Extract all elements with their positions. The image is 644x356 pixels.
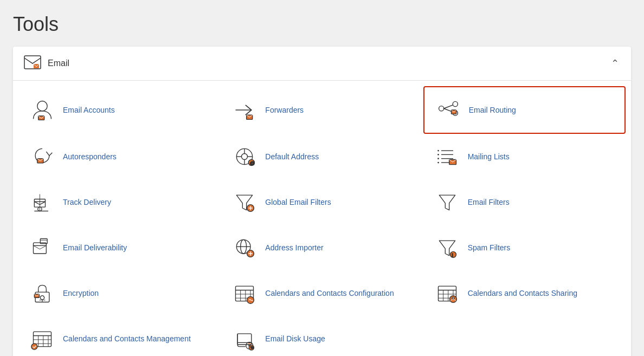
encryption-icon xyxy=(29,280,55,306)
mailing-lists-icon xyxy=(434,144,460,170)
svg-point-2 xyxy=(37,101,47,111)
global-email-filters-icon xyxy=(231,189,257,215)
svg-text:%: % xyxy=(250,346,254,349)
tool-default-address[interactable]: @ Default Address xyxy=(221,134,423,179)
calendars-contacts-management-icon xyxy=(29,326,55,352)
tool-email-filters[interactable]: Email Filters xyxy=(423,179,626,225)
tool-label: Autoresponders xyxy=(63,152,117,161)
tool-email-routing[interactable]: Email Routing xyxy=(423,86,626,134)
tools-grid: Email Accounts Forwarders xyxy=(13,81,631,356)
tool-email-disk-usage[interactable]: % Email Disk Usage xyxy=(221,316,423,356)
forwarders-icon xyxy=(231,97,257,123)
spam-filters-icon: ! xyxy=(434,235,460,261)
tool-mailing-lists[interactable]: Mailing Lists xyxy=(423,134,626,179)
email-disk-usage-icon: % xyxy=(231,326,257,352)
tool-calendars-contacts-sharing[interactable]: Calendars and Contacts Sharing xyxy=(423,270,626,316)
tool-autoresponders[interactable]: Autoresponders xyxy=(18,134,221,179)
svg-point-87 xyxy=(31,344,37,349)
tool-track-delivery[interactable]: Track Delivery xyxy=(18,179,221,225)
svg-text:@: @ xyxy=(250,160,255,166)
autoresponders-icon xyxy=(29,144,55,170)
card-header-left: Email xyxy=(24,55,69,72)
email-card: Email ⌃ Email Accounts xyxy=(13,47,631,356)
tool-label: Email Routing xyxy=(469,105,516,115)
tool-label: Track Delivery xyxy=(63,197,111,207)
svg-point-6 xyxy=(453,101,458,106)
tool-label: Global Email Filters xyxy=(265,197,331,207)
tool-label: Calendars and Contacts Sharing xyxy=(468,288,577,298)
email-filters-icon xyxy=(434,189,460,215)
svg-point-56 xyxy=(40,296,44,300)
tool-label: Email Disk Usage xyxy=(265,334,325,344)
tool-label: Email Deliverability xyxy=(63,243,127,253)
svg-point-51 xyxy=(450,251,456,257)
svg-point-8 xyxy=(439,106,443,111)
default-address-icon: @ xyxy=(231,144,257,170)
tool-label: Calendars and Contacts Configuration xyxy=(265,288,394,298)
tool-label: Spam Filters xyxy=(468,243,511,253)
email-header-icon xyxy=(24,55,41,72)
tool-label: Encryption xyxy=(63,288,99,298)
tool-address-importer[interactable]: Address Importer xyxy=(221,225,423,270)
tool-label: Calendars and Contacts Management xyxy=(63,334,191,344)
email-accounts-icon xyxy=(29,97,55,123)
tool-calendars-contacts-management[interactable]: Calendars and Contacts Management xyxy=(18,316,221,356)
svg-rect-40 xyxy=(34,243,47,254)
tool-calendars-contacts-config[interactable]: Calendars and Contacts Configuration xyxy=(221,270,423,316)
tool-label: Email Filters xyxy=(468,197,510,207)
tool-encryption[interactable]: Encryption xyxy=(18,270,221,316)
tool-label: Email Accounts xyxy=(63,105,115,115)
svg-point-14 xyxy=(242,154,248,160)
tool-email-deliverability[interactable]: Email Deliverability xyxy=(18,225,221,270)
svg-marker-39 xyxy=(439,195,455,210)
tool-spam-filters[interactable]: ! Spam Filters xyxy=(423,225,626,270)
card-header: Email ⌃ xyxy=(13,47,631,81)
tool-email-accounts[interactable]: Email Accounts xyxy=(18,86,221,134)
email-routing-icon xyxy=(435,97,461,123)
address-importer-icon xyxy=(231,235,257,261)
svg-text:!: ! xyxy=(452,253,453,258)
tool-label: Default Address xyxy=(265,152,319,161)
collapse-button[interactable]: ⌃ xyxy=(609,58,620,69)
tool-label: Forwarders xyxy=(265,105,304,115)
tool-label: Address Importer xyxy=(265,243,323,253)
tool-forwarders[interactable]: Forwarders xyxy=(221,86,423,134)
page-title: Tools xyxy=(13,13,631,36)
calendars-contacts-sharing-icon xyxy=(434,280,460,306)
tool-label: Mailing Lists xyxy=(468,152,510,161)
track-delivery-icon xyxy=(29,189,55,215)
svg-point-79 xyxy=(452,297,454,299)
svg-line-9 xyxy=(443,105,453,108)
email-deliverability-icon xyxy=(29,235,55,261)
calendars-contacts-config-icon xyxy=(231,280,257,306)
card-header-title: Email xyxy=(48,59,69,68)
tool-global-email-filters[interactable]: Global Email Filters xyxy=(221,179,423,225)
